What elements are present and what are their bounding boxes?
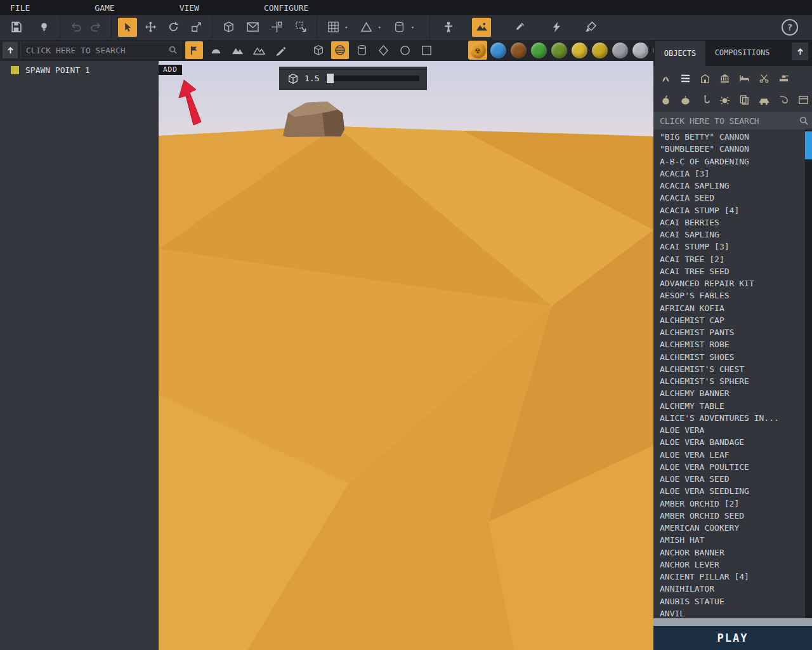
material-swatch[interactable] [631, 41, 650, 60]
help-button[interactable]: ? [782, 19, 798, 36]
material-swatch[interactable] [590, 41, 609, 60]
redo-button[interactable] [86, 18, 105, 37]
object-list-item[interactable]: ALOE VERA LEAF [653, 449, 805, 461]
object-list-item[interactable]: ALCHEMIST CAP [653, 314, 805, 326]
object-list-item[interactable]: ANUBIS STATUE [653, 595, 805, 607]
tab-objects[interactable]: OBJECTS [655, 41, 705, 66]
object-list-item[interactable]: "BUMBLEBEE" CANNON [653, 143, 805, 155]
save-button[interactable] [6, 18, 25, 37]
object-list-item[interactable]: AMBER ORCHID SEED [653, 510, 805, 522]
move-tool-button[interactable] [141, 18, 160, 37]
scale-tool-button[interactable] [187, 18, 206, 37]
collapse-panel-button[interactable] [3, 42, 18, 58]
flora-category-icon[interactable] [658, 71, 672, 85]
circle-brush-button[interactable] [396, 41, 414, 59]
dome-tool-button[interactable] [207, 41, 225, 59]
material-swatch[interactable] [549, 41, 568, 60]
cube-mode-button[interactable] [219, 18, 238, 37]
slope-pen-tool-button[interactable] [272, 41, 289, 59]
menu-file[interactable]: FILE [10, 3, 30, 13]
tab-compositions[interactable]: COMPOSITIONS [707, 39, 778, 66]
viewport-3d[interactable]: ADD 1.5 [159, 39, 653, 650]
hierarchy-item[interactable]: SPAWN POINT 1 [0, 63, 159, 76]
object-list-item[interactable]: ALOE VERA SEEDLING [653, 485, 805, 497]
pointer-tool-button[interactable] [118, 18, 137, 37]
lightbulb-button[interactable] [34, 18, 53, 37]
brush-button[interactable] [581, 18, 600, 37]
critter-category-icon[interactable] [717, 93, 731, 107]
snap-axes-button[interactable] [267, 18, 286, 37]
hook-category-icon[interactable] [698, 93, 712, 107]
material-swatch[interactable] [570, 41, 589, 60]
object-list-item[interactable]: ALCHEMIST ROBE [653, 338, 805, 350]
horizontal-scrollbar[interactable] [653, 618, 812, 626]
food-category-icon[interactable] [658, 93, 672, 107]
object-list-item[interactable]: ACACIA [3] [653, 168, 805, 180]
envelope-icon[interactable] [243, 18, 262, 37]
scissors-category-icon[interactable] [757, 71, 771, 85]
eyedropper-button[interactable] [510, 18, 529, 37]
triangle-dropdown[interactable]: ▾ [357, 18, 381, 37]
object-list-item[interactable]: ALCHEMY BANNER [653, 387, 805, 399]
lightning-button[interactable] [547, 18, 566, 37]
cylinder-dropdown[interactable]: ▾ [390, 18, 414, 37]
raise-mountain-tool-button[interactable] [228, 41, 246, 59]
material-swatch[interactable]: ☢ [468, 41, 487, 60]
object-list-item[interactable]: ALCHEMY TABLE [653, 400, 805, 412]
menu-configure[interactable]: CONFIGURE [264, 3, 308, 13]
object-list-item[interactable]: A-B-C OF GARDENING [653, 156, 805, 168]
object-list-item[interactable]: ALCHEMIST'S SPHERE [653, 375, 805, 387]
object-list-item[interactable]: ACACIA STUMP [4] [653, 204, 805, 216]
object-list-item[interactable]: ALCHEMIST PANTS [653, 326, 805, 338]
object-list-item[interactable]: ALCHEMIST SHOES [653, 351, 805, 363]
object-list-item[interactable]: ALOE VERA [653, 424, 805, 436]
object-list-item[interactable]: ACAI SAPLING [653, 229, 805, 241]
object-list-item[interactable]: ALOE VERA BANDAGE [653, 436, 805, 448]
object-list-item[interactable]: ALICE'S ADVENTURES IN... [653, 412, 805, 424]
notes-category-icon[interactable] [737, 93, 751, 107]
monument-category-icon[interactable] [717, 71, 731, 85]
object-list-item[interactable]: ANCIENT PILLAR [4] [653, 571, 805, 583]
furniture-category-icon[interactable] [737, 71, 751, 85]
material-swatch[interactable] [610, 41, 629, 60]
player-mode-button[interactable] [439, 18, 458, 37]
object-list-item[interactable]: ACAI TREE [2] [653, 253, 805, 265]
material-swatch[interactable] [509, 41, 528, 60]
card-category-icon[interactable] [796, 93, 810, 107]
car-category-icon[interactable] [757, 93, 771, 107]
object-list-item[interactable]: AMISH HAT [653, 534, 805, 546]
scrollbar-thumb[interactable] [805, 131, 812, 159]
grid-dropdown[interactable]: ▾ [324, 18, 348, 37]
cylinder-brush-button[interactable] [353, 41, 370, 59]
object-list-item[interactable]: ADVANCED REPAIR KIT [653, 277, 805, 289]
brush-size-slider[interactable] [325, 76, 419, 81]
object-list-item[interactable]: "BIG BETTY" CANNON [653, 131, 805, 143]
objects-search-input[interactable] [653, 112, 812, 129]
undo-button[interactable] [67, 18, 86, 37]
cube-brush-button[interactable] [310, 41, 327, 59]
object-list-item[interactable]: ACAI TREE SEED [653, 265, 805, 277]
hierarchy-search-input[interactable] [20, 42, 181, 58]
object-list-item[interactable]: AMBER ORCHID [2] [653, 498, 805, 510]
object-list-item[interactable]: ALOE VERA POULTICE [653, 461, 805, 473]
sphere-brush-button[interactable] [331, 41, 349, 59]
object-list-item[interactable]: AFRICAN KOFIA [653, 302, 805, 314]
play-button[interactable]: PLAY [653, 626, 812, 650]
slider-handle[interactable] [327, 74, 334, 83]
mountain-outline-tool-button[interactable] [250, 41, 268, 59]
vehicle-category-icon[interactable] [776, 71, 790, 85]
terrain-paint-button[interactable] [472, 18, 491, 37]
object-list-item[interactable]: AESOP'S FABLES [653, 289, 805, 302]
menu-view[interactable]: VIEW [180, 3, 199, 13]
object-list-item[interactable]: ACACIA SEED [653, 192, 805, 204]
structure-category-icon[interactable] [698, 71, 712, 85]
object-list-item[interactable]: ACACIA SAPLING [653, 180, 805, 192]
vertical-scrollbar[interactable] [805, 129, 812, 618]
material-swatch[interactable] [529, 41, 548, 60]
pumpkin-category-icon[interactable] [678, 93, 692, 107]
material-swatch[interactable] [488, 41, 508, 60]
object-list-item[interactable]: AMERICAN COOKERY [653, 522, 805, 534]
rope-category-icon[interactable] [776, 93, 790, 107]
diamond-brush-button[interactable] [374, 41, 392, 59]
rotate-tool-button[interactable] [164, 18, 183, 37]
